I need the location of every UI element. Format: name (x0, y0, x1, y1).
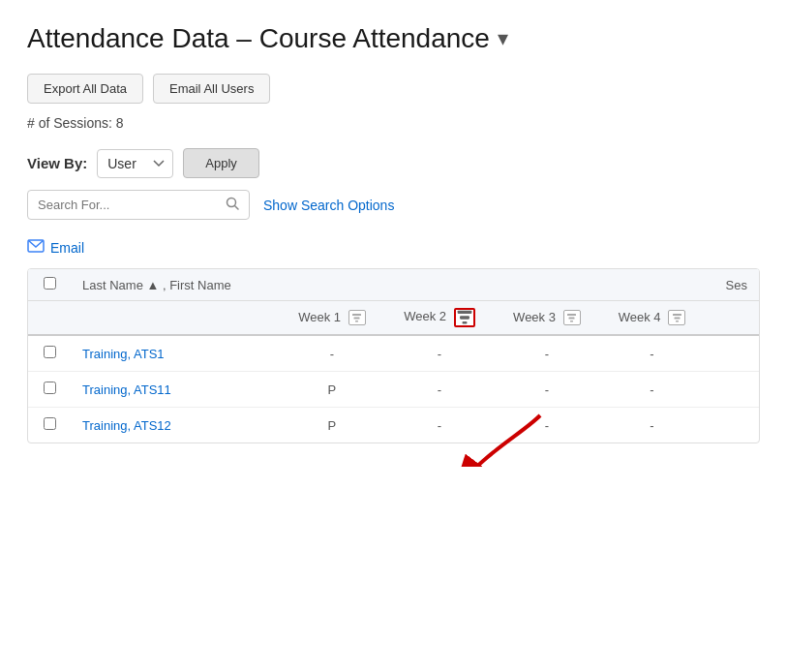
row-name-link[interactable]: Training, ATS1 (82, 347, 165, 361)
page-title-chevron[interactable]: ▾ (498, 26, 508, 51)
th-sub-checkbox (28, 301, 71, 336)
show-search-options-link[interactable]: Show Search Options (263, 198, 394, 213)
search-icon (226, 197, 239, 213)
th-week4: Week 4 (599, 301, 705, 336)
th-week3: Week 3 (495, 301, 600, 336)
table-row: Training, ATS1 - - - - (28, 335, 759, 372)
search-row: Show Search Options (27, 190, 760, 220)
row-week2: - (384, 372, 494, 408)
row-checkbox-cell (28, 408, 71, 443)
th-select-all (28, 269, 71, 301)
row-session (705, 408, 759, 443)
row-name-cell: Training, ATS11 (71, 372, 280, 408)
th-sub-session (705, 301, 759, 336)
row-name-link[interactable]: Training, ATS12 (82, 418, 171, 433)
email-row: Email (27, 239, 760, 257)
row-week4: - (599, 335, 705, 372)
svg-rect-11 (570, 321, 573, 322)
week4-filter-icon[interactable] (668, 310, 685, 325)
apply-button[interactable]: Apply (183, 148, 259, 178)
th-week3-placeholder (495, 269, 600, 301)
row-checkbox[interactable] (44, 382, 56, 394)
view-by-select[interactable]: User Group Role (97, 149, 173, 178)
svg-rect-13 (674, 317, 680, 319)
table-row: Training, ATS11 P - - - (28, 372, 759, 408)
svg-rect-8 (462, 321, 467, 323)
svg-rect-14 (676, 321, 679, 322)
svg-rect-5 (355, 321, 358, 322)
search-box (27, 190, 250, 220)
week3-filter-icon[interactable] (563, 310, 581, 325)
row-week3: - (495, 408, 600, 443)
row-session (705, 335, 759, 372)
row-week1: P (280, 372, 385, 408)
row-week3: - (495, 335, 600, 372)
th-week1-placeholder (280, 269, 385, 301)
view-by-label: View By: (27, 155, 87, 171)
row-name-cell: Training, ATS1 (71, 335, 280, 372)
row-checkbox[interactable] (44, 417, 56, 430)
toolbar: Export All Data Email All Users (27, 74, 760, 104)
svg-line-1 (235, 206, 239, 210)
row-name-cell: Training, ATS12 (71, 408, 280, 443)
page-title-text: Attendance Data – Course Attendance (27, 23, 490, 54)
row-week1: - (280, 335, 385, 372)
search-input[interactable] (38, 198, 226, 212)
th-name: Last Name ▲ , First Name (71, 269, 280, 301)
select-all-checkbox[interactable] (44, 277, 56, 290)
row-name-link[interactable]: Training, ATS11 (82, 382, 171, 397)
row-checkbox-cell (28, 335, 71, 372)
export-all-button[interactable]: Export All Data (27, 74, 143, 104)
svg-rect-6 (457, 311, 471, 314)
view-by-row: View By: User Group Role Apply (27, 148, 760, 178)
th-week2-placeholder (384, 269, 494, 301)
th-week4-placeholder (599, 269, 705, 301)
svg-rect-10 (569, 317, 575, 319)
th-week2: Week 2 (384, 301, 494, 336)
email-all-button[interactable]: Email All Users (153, 74, 270, 104)
page-title: Attendance Data – Course Attendance ▾ (27, 23, 760, 54)
email-icon (27, 239, 45, 257)
sessions-count: # of Sessions: 8 (27, 115, 760, 131)
svg-rect-12 (673, 314, 681, 316)
week2-filter-icon[interactable] (454, 308, 475, 327)
email-link[interactable]: Email (50, 240, 84, 256)
row-week3: - (495, 372, 600, 408)
row-session (705, 372, 759, 408)
th-session: Ses (705, 269, 759, 301)
row-week2: - (384, 335, 494, 372)
row-week2: - (384, 408, 494, 443)
svg-rect-4 (354, 317, 360, 319)
table-row: Training, ATS12 P - - - (28, 408, 759, 443)
row-week1: P (280, 408, 385, 443)
th-sub-name (71, 301, 280, 336)
row-week4: - (599, 372, 705, 408)
svg-rect-9 (567, 314, 576, 316)
th-week1: Week 1 (280, 301, 385, 336)
row-checkbox-cell (28, 372, 71, 408)
data-table: Last Name ▲ , First Name Ses Week 1 (27, 268, 760, 443)
week1-filter-icon[interactable] (348, 310, 366, 325)
svg-rect-3 (352, 314, 361, 316)
row-week4: - (599, 408, 705, 443)
svg-rect-7 (460, 316, 469, 319)
row-checkbox[interactable] (44, 346, 56, 358)
